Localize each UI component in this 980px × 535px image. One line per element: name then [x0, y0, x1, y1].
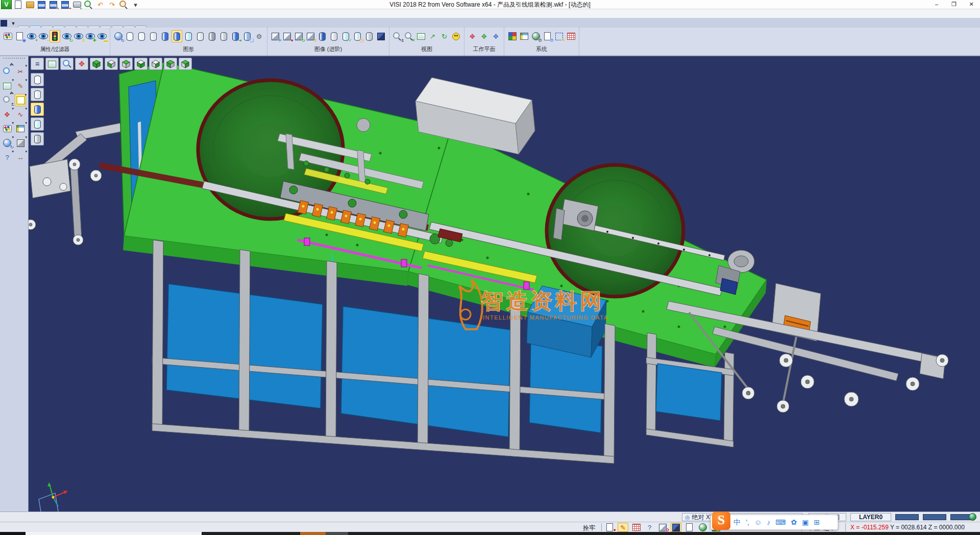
attribute-copy-icon[interactable]: ◉ [14, 30, 25, 42]
taskbar-app[interactable] [326, 532, 348, 535]
workplane-view-icon[interactable]: ✥ [491, 30, 501, 42]
freehand-sketch-icon[interactable]: ✎ [15, 80, 26, 92]
zoom-extents-icon[interactable] [415, 30, 426, 42]
minimize-button[interactable]: – [928, 0, 945, 9]
style-apply-icon[interactable]: ➜ [230, 30, 241, 42]
viewbar-menu-icon[interactable]: ≡ [31, 58, 44, 70]
zoom-in-out-icon[interactable]: ± [392, 30, 403, 42]
hide-all-icon[interactable]: ▬ [96, 30, 107, 42]
ime-menu-icon[interactable]: ⊞ [814, 519, 820, 526]
package-icon[interactable]: ✿ [657, 523, 668, 532]
advanced-filter-icon[interactable]: ● [282, 30, 292, 42]
stamp-icon[interactable] [631, 523, 642, 532]
striped-view-icon[interactable] [329, 30, 339, 42]
color-cube-icon[interactable] [671, 523, 681, 532]
style-wireframe-icon[interactable] [31, 73, 44, 86]
taskbar-apps-left[interactable] [202, 532, 300, 535]
lock-label[interactable]: 拴牢 [583, 524, 595, 532]
taskbar-search[interactable] [26, 532, 202, 535]
view-bottom-icon[interactable] [105, 58, 118, 70]
rotate-view-icon[interactable]: ↻ [439, 30, 450, 42]
taskbar-start[interactable] [0, 532, 26, 535]
system-tools-icon[interactable]: ⚙ [530, 30, 541, 42]
color-swatch-1[interactable] [895, 514, 919, 520]
hide-entities-icon[interactable]: − [38, 30, 48, 42]
filters-icon[interactable] [50, 30, 60, 42]
wireframe-style-icon[interactable] [125, 30, 135, 42]
confirm-selection-icon[interactable]: ✓ [15, 94, 26, 106]
grid-settings-icon[interactable] [566, 30, 576, 42]
invert-visibility-icon[interactable]: ± [73, 30, 84, 42]
view-iso-icon[interactable] [90, 58, 103, 70]
context-help-icon[interactable]: ? [2, 151, 13, 163]
regen-view-icon[interactable]: ↻ [2, 137, 13, 149]
mesh-style-icon[interactable] [207, 30, 217, 42]
pan-icon[interactable]: ↗ [427, 30, 438, 42]
snap-settings-icon[interactable]: ● [604, 523, 615, 532]
axonometry-icon[interactable]: ✥ [75, 58, 88, 70]
settings-window-icon[interactable]: ⚙ [542, 30, 553, 42]
hidden-line-style-icon[interactable] [136, 30, 147, 42]
taskbar-app-active[interactable] [300, 532, 326, 535]
color-swatch-2[interactable] [923, 514, 946, 520]
device-icon[interactable] [684, 523, 695, 532]
measure-distance-icon[interactable]: ↔ [15, 151, 26, 163]
view-back-icon[interactable] [149, 58, 162, 70]
dashed-style-icon[interactable] [148, 30, 159, 42]
ime-keyboard-icon[interactable]: ⌨ [775, 519, 786, 526]
style-transparent-icon[interactable] [31, 117, 44, 131]
show-all-icon[interactable]: ✚ [85, 30, 95, 42]
advanced-refresh-icon[interactable]: ↻ [293, 30, 304, 42]
validated-view-icon[interactable]: ✓ [340, 30, 351, 42]
solid-view-icon[interactable] [317, 30, 328, 42]
dock-grip[interactable] [3, 58, 25, 62]
ime-punct-icon[interactable]: ’, [746, 519, 749, 526]
3d-viewport[interactable]: 智造资料网 INTELLIGENT MANUFACTURING DATA ≡✥ [29, 56, 980, 512]
zoom-previous-icon[interactable] [60, 58, 74, 70]
ime-voice-icon[interactable]: ♪ [767, 519, 770, 526]
ime-toolbox-icon[interactable]: ▣ [802, 519, 808, 526]
dynamic-zoom-icon[interactable] [2, 65, 13, 78]
style-shaded-icon[interactable] [31, 103, 44, 116]
zoom-scale-icon[interactable]: ± [2, 94, 13, 106]
style-settings-icon[interactable]: ⚙ [254, 30, 264, 42]
solid-preview-icon[interactable] [15, 137, 26, 149]
status-help-icon[interactable]: ? [644, 523, 655, 532]
style-copy-icon[interactable]: ❏ [242, 30, 253, 42]
style-mesh-icon[interactable] [31, 132, 44, 145]
erase-icon[interactable]: ✂ [15, 65, 26, 78]
workplane-entity-icon[interactable]: ✥ [479, 30, 489, 42]
show-entities-icon[interactable]: + [26, 30, 37, 42]
view-top-icon[interactable] [119, 58, 133, 70]
layer-indicator[interactable]: LAYER0 [850, 513, 891, 521]
ime-skin-icon[interactable]: ✿ [791, 519, 797, 526]
shaded-edges-style-icon[interactable] [172, 30, 182, 42]
snap-points-icon[interactable]: ✛ [554, 30, 565, 42]
advanced-toggle-icon[interactable]: ± [305, 30, 316, 42]
maximize-button[interactable]: ❐ [945, 0, 963, 9]
wire-view-icon[interactable] [364, 30, 375, 42]
view-right-icon[interactable] [179, 58, 192, 70]
ime-lang-icon[interactable]: 中 [733, 519, 741, 526]
ime-emoji-icon[interactable]: ☺ [754, 519, 762, 526]
mesh-wire-style-icon[interactable] [218, 30, 229, 42]
ucs-orientation-icon[interactable]: ✥ [2, 108, 13, 120]
regenerate-icon[interactable]: ↻ [113, 30, 124, 42]
flat-style-icon[interactable] [195, 30, 206, 42]
advanced-axes-icon[interactable]: ✛ [270, 30, 281, 42]
title-bar[interactable]: V✎+▲↶↷▾ VISI 2018 R2 from Vero Software … [0, 0, 980, 9]
preferences-panel-icon[interactable] [519, 30, 529, 42]
workplane-xy-icon[interactable]: ✥ [467, 30, 478, 42]
view-left-icon[interactable] [164, 58, 177, 70]
ime-logo[interactable]: S [712, 512, 730, 530]
quick-edit-icon[interactable]: ✎ [618, 523, 628, 532]
view-face-icon[interactable] [451, 30, 461, 42]
zoom-window-icon[interactable] [2, 80, 13, 92]
layer-window-icon[interactable] [15, 123, 26, 135]
tab-overflow-button[interactable]: ▼ [9, 21, 18, 28]
color-table-icon[interactable] [507, 30, 518, 42]
fit-view-icon[interactable] [45, 58, 59, 70]
flagged-view-icon[interactable]: ◳ [352, 30, 363, 42]
attributes-icon[interactable] [3, 30, 13, 42]
zoom-window-icon[interactable]: ✕ [404, 30, 414, 42]
